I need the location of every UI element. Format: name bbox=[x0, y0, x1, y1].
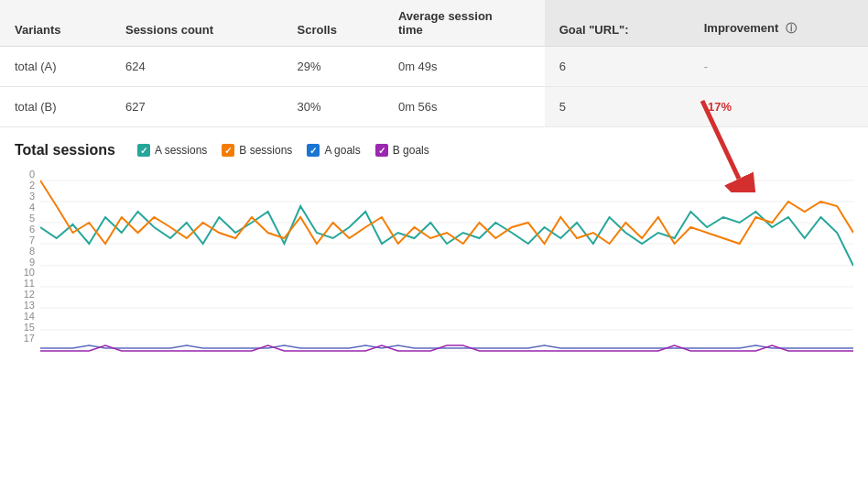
variant-b-cell: total (B) bbox=[0, 87, 111, 127]
improvement-header: Improvement ⓘ bbox=[689, 0, 868, 47]
y-label-8: 8 bbox=[15, 246, 35, 257]
legend-a-sessions[interactable]: ✓ A sessions bbox=[137, 144, 207, 157]
chart-legend: ✓ A sessions ✓ B sessions ✓ A goals ✓ B … bbox=[137, 144, 429, 157]
sessions-count-header: Sessions count bbox=[111, 0, 283, 47]
goal-url-a-cell: 6 bbox=[545, 47, 689, 87]
a-sessions-line bbox=[40, 206, 853, 266]
y-label-9: 9 bbox=[15, 257, 35, 268]
y-label-2: 2 bbox=[15, 180, 35, 191]
y-label-7: 7 bbox=[15, 235, 35, 246]
y-label-12: 12 bbox=[15, 290, 35, 300]
y-axis-labels: 17 15 14 13 12 11 10 9 8 7 6 5 4 3 2 0 bbox=[15, 169, 35, 362]
chart-section: Total sessions ✓ A sessions ✓ B sessions… bbox=[0, 127, 868, 380]
b-goals-label: B goals bbox=[393, 144, 429, 157]
table-row: total (B) 627 30% 0m 56s 5 -17% bbox=[0, 87, 868, 127]
scrolls-b-cell: 30% bbox=[283, 87, 384, 127]
y-label-6: 6 bbox=[15, 224, 35, 235]
chart-container: 17 15 14 13 12 11 10 9 8 7 6 5 4 3 2 0 bbox=[15, 169, 853, 380]
variant-a-cell: total (A) bbox=[0, 47, 111, 87]
a-goals-checkbox[interactable]: ✓ bbox=[307, 144, 320, 157]
improvement-a-cell: - bbox=[689, 47, 868, 87]
y-label-11: 11 bbox=[15, 279, 35, 289]
sessions-count-a-cell: 624 bbox=[111, 47, 283, 87]
info-icon[interactable]: ⓘ bbox=[786, 22, 797, 35]
y-label-15: 15 bbox=[15, 323, 35, 333]
avg-time-a-cell: 0m 49s bbox=[384, 47, 545, 87]
y-label-17: 17 bbox=[15, 333, 35, 344]
a-goals-label: A goals bbox=[324, 144, 360, 157]
scrolls-header: Scrolls bbox=[283, 0, 384, 47]
goal-url-header: Goal "URL": bbox=[545, 0, 689, 47]
avg-session-time-header: Average sessiontime bbox=[384, 0, 545, 47]
y-label-4: 4 bbox=[15, 202, 35, 213]
chart-header: Total sessions ✓ A sessions ✓ B sessions… bbox=[15, 142, 853, 159]
legend-b-goals[interactable]: ✓ B goals bbox=[375, 144, 429, 157]
b-sessions-checkbox[interactable]: ✓ bbox=[222, 144, 234, 157]
a-sessions-checkbox[interactable]: ✓ bbox=[137, 144, 150, 157]
y-label-3: 3 bbox=[15, 191, 35, 202]
variants-header: Variants bbox=[0, 0, 111, 47]
a-sessions-label: A sessions bbox=[155, 144, 207, 157]
y-label-13: 13 bbox=[15, 301, 35, 311]
data-table-section: Variants Sessions count Scrolls Average … bbox=[0, 0, 868, 127]
y-label-0: 0 bbox=[15, 169, 35, 180]
goal-url-b-cell: 5 bbox=[545, 87, 689, 127]
chart-title: Total sessions bbox=[15, 142, 115, 159]
scrolls-a-cell: 29% bbox=[283, 47, 384, 87]
legend-a-goals[interactable]: ✓ A goals bbox=[307, 144, 360, 157]
chart-svg bbox=[40, 169, 853, 362]
table-row: total (A) 624 29% 0m 49s 6 - bbox=[0, 47, 868, 87]
improvement-b-cell: -17% bbox=[689, 87, 868, 127]
b-sessions-line bbox=[40, 180, 853, 244]
sessions-count-b-cell: 627 bbox=[111, 87, 283, 127]
y-label-5: 5 bbox=[15, 213, 35, 224]
b-goals-checkbox[interactable]: ✓ bbox=[375, 144, 388, 157]
avg-time-b-cell: 0m 56s bbox=[384, 87, 545, 127]
b-sessions-label: B sessions bbox=[239, 144, 292, 157]
y-label-14: 14 bbox=[15, 312, 35, 322]
y-label-10: 10 bbox=[15, 268, 35, 278]
legend-b-sessions[interactable]: ✓ B sessions bbox=[222, 144, 292, 157]
variants-table: Variants Sessions count Scrolls Average … bbox=[0, 0, 868, 127]
